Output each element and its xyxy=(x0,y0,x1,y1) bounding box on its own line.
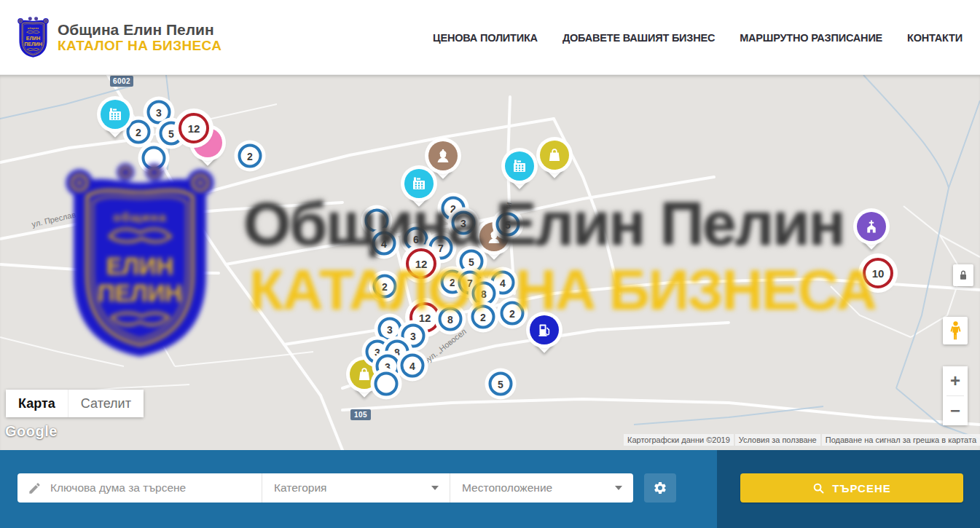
search-submit-button[interactable]: ТЪРСЕНЕ xyxy=(740,473,963,503)
header: общинаЕЛИНПЕЛИН Община Елин Пелин КАТАЛО… xyxy=(0,0,980,75)
fuel-icon xyxy=(530,315,559,344)
category-select[interactable]: Категория xyxy=(262,473,450,503)
advanced-settings-button[interactable] xyxy=(644,473,676,503)
map-canvas[interactable]: 6002105ул. Преславциибул. „Новосел 32512… xyxy=(0,75,980,450)
zoom-out-button[interactable]: − xyxy=(943,396,968,425)
map-cluster[interactable]: 8 xyxy=(439,307,463,331)
church-icon xyxy=(857,212,886,241)
nav-item-add-business[interactable]: ДОБАВЕТЕ ВАШИЯТ БИЗНЕС xyxy=(562,32,715,44)
map-type-button-satellite[interactable]: Сателит xyxy=(68,390,144,417)
svg-text:ЕЛИН: ЕЛИН xyxy=(26,36,40,41)
pegman-icon xyxy=(950,320,961,341)
map-cluster[interactable]: 2 xyxy=(471,305,495,329)
lock-icon xyxy=(958,269,968,281)
search-bar: Категория Местоположение ТЪРСЕНЕ xyxy=(0,450,980,528)
chevron-down-icon xyxy=(431,486,439,490)
map-cluster[interactable] xyxy=(365,209,389,233)
road-number-label: 6002 xyxy=(110,76,133,87)
map-cluster[interactable]: 5 xyxy=(496,213,520,237)
worker-icon xyxy=(428,141,458,170)
map-cluster[interactable]: 3 xyxy=(147,101,171,125)
attribution-report-error-link[interactable]: Подаване на сигнал за грешка в картата xyxy=(822,434,980,446)
map-cluster[interactable] xyxy=(142,146,166,170)
search-fields: Категория Местоположение xyxy=(17,473,633,503)
map-cluster[interactable]: 12 xyxy=(179,113,209,143)
attribution-copyright: Картографски данни ©2019 xyxy=(624,434,734,446)
road-number-label: 105 xyxy=(350,409,371,420)
pencil-icon xyxy=(28,481,42,495)
keyword-field[interactable] xyxy=(17,473,262,503)
category-select-label: Категория xyxy=(274,481,326,494)
factory-icon xyxy=(101,100,130,129)
chevron-down-icon xyxy=(615,486,622,490)
svg-text:ПЕЛИН: ПЕЛИН xyxy=(24,42,42,47)
brand-subtitle: КАТАЛОГ НА БИЗНЕСА xyxy=(58,38,222,53)
zoom-control: + − xyxy=(943,366,968,425)
map-type-control: Карта Сателит xyxy=(6,390,144,417)
map-cluster[interactable]: 2 xyxy=(238,144,262,168)
search-submit-label: ТЪРСЕНЕ xyxy=(832,482,891,494)
search-keyword-input[interactable] xyxy=(50,481,232,494)
map-type-button-map[interactable]: Карта xyxy=(6,390,68,417)
municipality-shield-logo-icon: общинаЕЛИНПЕЛИН xyxy=(16,16,50,59)
lock-control[interactable] xyxy=(953,264,973,286)
map-cluster[interactable]: 2 xyxy=(127,120,151,144)
map-cluster[interactable]: 6 xyxy=(404,227,428,251)
map-cluster[interactable]: 2 xyxy=(501,302,525,326)
bag-icon xyxy=(540,141,569,170)
map-cluster[interactable]: 2 xyxy=(373,275,397,299)
map-cluster[interactable]: 12 xyxy=(406,248,436,279)
map-cluster[interactable]: 10 xyxy=(863,258,893,288)
factory-icon xyxy=(505,151,534,181)
attribution-terms-link[interactable]: Условия за ползване xyxy=(735,434,820,446)
brand[interactable]: общинаЕЛИНПЕЛИН Община Елин Пелин КАТАЛО… xyxy=(16,16,222,59)
map-cluster[interactable]: 4 xyxy=(372,232,396,256)
pegman-control[interactable] xyxy=(943,317,968,344)
brand-title: Община Елин Пелин xyxy=(58,21,222,39)
nav-item-route-schedule[interactable]: МАРШРУТНО РАЗПИСАНИЕ xyxy=(740,32,882,44)
google-logo[interactable]: Google xyxy=(5,423,58,440)
nav-item-contacts[interactable]: КОНТАКТИ xyxy=(907,32,963,44)
zoom-in-button[interactable]: + xyxy=(943,366,968,395)
location-select-label: Местоположение xyxy=(462,481,552,494)
svg-text:община: община xyxy=(28,26,39,29)
location-select[interactable]: Местоположение xyxy=(450,473,633,503)
map-cluster[interactable]: 3 xyxy=(452,211,476,235)
map-cluster[interactable]: 5 xyxy=(460,250,484,274)
page: { "header": { "brand": { "title": "Общин… xyxy=(0,0,980,528)
gear-icon xyxy=(653,481,667,495)
map-cluster[interactable] xyxy=(375,372,399,396)
map-cluster[interactable]: 3 xyxy=(378,318,402,342)
map-attribution: Картографски данни ©2019 Условия за полз… xyxy=(622,434,980,446)
map-cluster[interactable]: 4 xyxy=(401,354,425,378)
map-cluster[interactable]: 5 xyxy=(489,372,513,396)
search-icon xyxy=(812,482,825,494)
map-cluster[interactable]: 8 xyxy=(472,282,496,306)
main-nav: ЦЕНОВА ПОЛИТИКА ДОБАВЕТЕ ВАШИЯТ БИЗНЕС М… xyxy=(433,0,963,75)
factory-icon xyxy=(404,169,434,198)
nav-item-pricing[interactable]: ЦЕНОВА ПОЛИТИКА xyxy=(433,32,538,44)
